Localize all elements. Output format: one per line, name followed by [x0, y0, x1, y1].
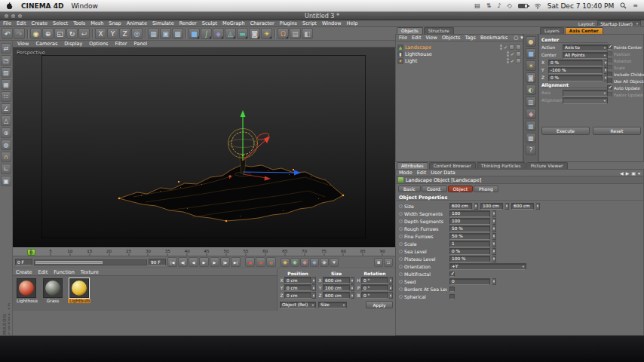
timeline-ruler[interactable]: 0 051015202530354045505560657075808590	[13, 247, 395, 256]
viewport-menu-panel[interactable]: Panel	[134, 41, 148, 47]
add-spline-icon[interactable]: ∫	[201, 28, 212, 39]
palette-selection-icon[interactable]: ●	[526, 36, 536, 47]
panel-options-icon[interactable]: ▾	[638, 170, 640, 176]
attributes-menu-mode[interactable]: Mode	[399, 170, 412, 176]
checkbox[interactable]	[607, 92, 612, 97]
attribute-field[interactable]: 100 %	[449, 256, 490, 262]
locked-workplane-icon[interactable]: ▣	[1, 176, 11, 186]
attribute-field[interactable]: 50 %	[449, 233, 490, 240]
sync-status-icon[interactable]: ⇅	[486, 2, 492, 9]
palette-display-icon[interactable]: ▥	[526, 97, 536, 107]
menu-character[interactable]: Character	[250, 20, 274, 26]
object-row[interactable]: ▮Lighthouse✓	[397, 51, 521, 57]
objects-menu-file[interactable]: File	[399, 35, 407, 41]
attribute-field[interactable]: 100 cm	[480, 203, 503, 210]
menubar-clock[interactable]: Sat Dec 7 10:40 PM	[547, 2, 614, 10]
tag-icon[interactable]	[516, 58, 521, 63]
menu-mograph[interactable]: MoGraph	[222, 20, 245, 26]
wifi-icon[interactable]	[534, 3, 541, 9]
quicktab-object[interactable]: Object	[448, 186, 474, 192]
alignment-dropdown[interactable]: ▾	[563, 97, 608, 104]
object-name[interactable]: Lighthouse	[405, 51, 432, 57]
editor-visibility-dot[interactable]	[507, 58, 509, 60]
make-editable-icon[interactable]: ⇄	[1, 43, 11, 54]
spinner[interactable]	[389, 277, 393, 284]
goto-start-button[interactable]: |◀	[167, 257, 177, 267]
attribute-field[interactable]: 0	[449, 278, 490, 285]
palette-tags-icon[interactable]: ◆	[526, 109, 536, 119]
axis-mode-icon[interactable]: ⊕	[1, 127, 11, 138]
viewport-menu-view[interactable]: View	[17, 41, 29, 47]
goto-end-button[interactable]: ▶|	[231, 257, 241, 267]
menu-render[interactable]: Render	[179, 20, 197, 26]
axis-option-scale[interactable]: Scale	[607, 64, 642, 71]
pla-key-icon[interactable]: ◆	[320, 258, 329, 267]
menu-plugins[interactable]: Plugins	[280, 20, 297, 26]
spinner[interactable]	[389, 284, 393, 291]
menu-sculpt[interactable]: Sculpt	[202, 20, 217, 26]
render-view-icon[interactable]: ▦	[148, 28, 159, 39]
material-item[interactable]: Lighthouse	[15, 278, 38, 303]
objects-menu-tags[interactable]: Tags	[465, 35, 475, 41]
spinner[interactable]	[492, 248, 496, 255]
spinner[interactable]	[492, 225, 496, 232]
spinner[interactable]	[505, 203, 509, 210]
checkbox[interactable]	[607, 85, 612, 90]
menu-snap[interactable]: Snap	[109, 20, 121, 26]
attributes-menu-edit[interactable]: Edit	[417, 170, 427, 176]
spinner[interactable]	[492, 278, 496, 285]
camera-label[interactable]: Perspective	[17, 50, 45, 56]
spinner[interactable]	[536, 203, 540, 210]
render-settings-icon[interactable]: ▩	[172, 28, 183, 39]
add-floor-icon[interactable]: ▬	[237, 28, 248, 39]
scale-key-icon[interactable]: ◆	[290, 258, 299, 267]
axis-option-points-center[interactable]: Points Center	[607, 44, 642, 51]
render-visibility-dot[interactable]	[507, 54, 509, 57]
spinner[interactable]	[351, 284, 354, 291]
checkbox[interactable]	[607, 51, 612, 57]
axis-option-include-children[interactable]: Include Children	[607, 71, 642, 78]
checkbox[interactable]	[607, 72, 612, 77]
attribute-field[interactable]: 600 cm	[449, 203, 472, 210]
objects-menu-edit[interactable]: Edit	[412, 35, 422, 41]
palette-light-icon[interactable]: ☀	[526, 60, 536, 71]
menu-simulate[interactable]: Simulate	[152, 20, 174, 26]
model-mode-icon[interactable]: ◳	[1, 55, 11, 66]
tab-attributes[interactable]: Attributes	[397, 162, 428, 169]
enabled-check-icon[interactable]: ✓	[511, 58, 514, 63]
menu-script[interactable]: Script	[302, 20, 317, 26]
coordinate-field[interactable]: 100 cm	[323, 284, 350, 291]
lock-z-icon[interactable]: Z	[119, 28, 130, 39]
volume-status-icon[interactable]: ♪	[498, 2, 501, 9]
move-tool-icon[interactable]: ⊕	[42, 28, 54, 39]
lock-x-icon[interactable]: X	[95, 28, 106, 39]
object-name[interactable]: Light	[405, 58, 417, 64]
spotlight-icon[interactable]	[620, 2, 627, 9]
reset-button[interactable]: Reset	[593, 127, 641, 135]
menu-file[interactable]: File	[3, 20, 11, 26]
add-subdivision-icon[interactable]: ◈	[213, 28, 224, 39]
material-item[interactable]: Lightbulb	[68, 278, 90, 303]
tag-icon[interactable]	[509, 44, 514, 50]
tab-structure[interactable]: Structure	[424, 27, 454, 34]
coordinate-field[interactable]: 0 °	[361, 284, 388, 291]
action-dropdown[interactable]: Axis to▾	[563, 44, 608, 51]
spinner[interactable]	[389, 292, 393, 299]
editor-visibility-dot[interactable]	[500, 44, 502, 47]
spinner[interactable]	[492, 210, 496, 217]
attribute-field[interactable]: 100	[449, 210, 490, 217]
attribute-field[interactable]: 100	[449, 218, 490, 225]
texture-mode-icon[interactable]: ▨	[1, 67, 11, 78]
spinner[interactable]	[312, 277, 316, 284]
playback-settings-icon[interactable]: ▾	[330, 258, 339, 267]
tab-picture-viewer[interactable]: Picture Viewer	[526, 162, 568, 169]
palette-cube-icon[interactable]: ■	[526, 48, 536, 59]
spinner[interactable]	[312, 284, 316, 291]
viewport-menu-cameras[interactable]: Cameras	[35, 41, 57, 47]
add-camera-icon[interactable]: ◙	[249, 28, 260, 39]
timeline-end-field[interactable]: 90 F	[149, 259, 166, 265]
material-thumbnail[interactable]	[43, 278, 63, 298]
enabled-check-icon[interactable]: ✓	[511, 51, 514, 57]
points-mode-icon[interactable]: ∷	[1, 91, 11, 102]
menu-tools[interactable]: Tools	[73, 20, 85, 26]
